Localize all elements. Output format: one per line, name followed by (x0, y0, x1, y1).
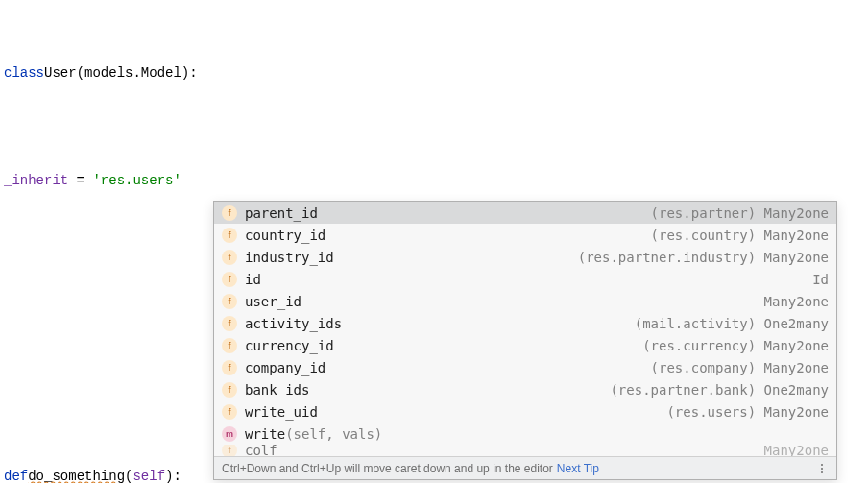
completion-label: bank_ids (245, 379, 309, 400)
completion-meta: (res.partner.bank) One2many (610, 379, 829, 400)
keyword-class: class (4, 60, 44, 86)
footer-tip-text: Ctrl+Down and Ctrl+Up will move caret do… (222, 458, 553, 479)
completion-label: country_id (245, 225, 326, 246)
completion-item[interactable]: fwrite_uid(res.users) Many2one (214, 400, 836, 423)
completion-item[interactable]: mwrite(self, vals) (214, 423, 836, 445)
field-icon: f (222, 316, 237, 331)
completion-meta: Many2one (764, 291, 829, 312)
more-options-icon[interactable] (815, 464, 829, 473)
completion-item[interactable]: fuser_idMany2one (214, 290, 836, 312)
completion-popup[interactable]: fparent_id(res.partner) Many2onefcountry… (213, 201, 837, 480)
function-name: do_something (28, 463, 125, 483)
completion-label: company_id (245, 357, 326, 378)
field-icon: f (222, 205, 237, 221)
completion-label: write_uid (245, 401, 318, 423)
completion-meta: (res.users) Many2one (666, 401, 829, 423)
completion-label: activity_ids (245, 313, 342, 334)
completion-item[interactable]: factivity_ids(mail.activity) One2many (214, 312, 836, 334)
field-icon: f (222, 294, 237, 309)
completion-label: user_id (245, 291, 301, 312)
completion-label: industry_id (245, 247, 334, 268)
paren: ( (77, 60, 84, 86)
next-tip-link[interactable]: Next Tip (557, 458, 599, 479)
field-icon: f (222, 228, 237, 243)
field-icon: f (222, 250, 237, 265)
completion-label: currency_id (245, 335, 334, 356)
completion-meta: (res.country) Many2one (651, 225, 829, 246)
completion-meta: (res.partner) Many2one (651, 203, 829, 224)
field-icon: f (222, 338, 237, 353)
class-name: User (44, 60, 77, 86)
completion-label: parent_id (245, 203, 318, 224)
param-self: self (133, 463, 165, 483)
field-icon: f (222, 382, 237, 398)
completion-label: write(self, vals) (245, 423, 382, 445)
completion-label: id (245, 269, 261, 290)
string-literal: 'res.users' (92, 167, 181, 194)
completion-item[interactable]: fbank_ids(res.partner.bank) One2many (214, 378, 836, 400)
completion-label: colf (245, 445, 277, 456)
paren-close: ): (165, 463, 181, 483)
completion-meta: (mail.activity) One2many (635, 313, 829, 334)
completion-item[interactable]: fcountry_id(res.country) Many2one (214, 224, 836, 246)
completion-footer: Ctrl+Down and Ctrl+Up will move caret do… (214, 456, 836, 479)
equals: = (68, 167, 92, 194)
completion-meta: (res.partner.industry) Many2one (578, 247, 829, 268)
method-icon: m (222, 426, 237, 442)
completion-item[interactable]: findustry_id(res.partner.industry) Many2… (214, 246, 836, 268)
code-line[interactable]: class User(models.Model): (0, 60, 868, 86)
keyword-def: def (4, 463, 28, 483)
completion-meta: Id (812, 269, 829, 290)
paren-close: ): (181, 60, 198, 86)
base-class: models.Model (84, 60, 181, 86)
completion-item[interactable]: fidId (214, 268, 836, 290)
field-icon: f (222, 272, 237, 287)
completion-item[interactable]: fparent_id(res.partner) Many2one (214, 202, 836, 224)
field-icon: f (222, 445, 237, 456)
completion-meta: (res.company) Many2one (651, 357, 829, 378)
code-line[interactable]: _inherit = 'res.users' (0, 167, 868, 194)
completion-item[interactable]: fcurrency_id(res.currency) Many2one (214, 334, 836, 356)
completion-list[interactable]: fparent_id(res.partner) Many2onefcountry… (214, 202, 836, 456)
field-icon: f (222, 404, 237, 420)
completion-meta: (res.currency) Many2one (642, 335, 829, 356)
completion-item[interactable]: fcompany_id(res.company) Many2one (214, 356, 836, 378)
completion-meta: Many2one (764, 445, 829, 456)
field-icon: f (222, 360, 237, 375)
completion-item-cutoff[interactable]: fcolfMany2one (214, 445, 836, 456)
attr-inherit: _inherit (4, 167, 68, 194)
